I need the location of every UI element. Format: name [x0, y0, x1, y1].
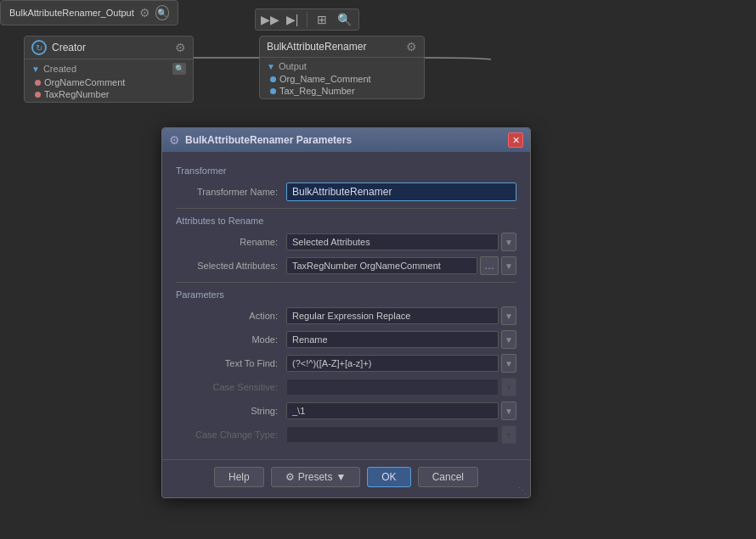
port-search-icon[interactable]: 🔍: [172, 63, 186, 75]
action-select-wrap: Regular Expression Replace ▼: [286, 306, 516, 325]
creator-port-created: ▼ Created 🔍: [25, 61, 193, 76]
case-sensitive-label: Case Sensitive:: [176, 382, 286, 392]
toolbar-btn-2[interactable]: ▶|: [283, 12, 302, 27]
mode-select-wrap: Rename ▼: [286, 330, 516, 349]
transformer-name-label: Transformer Name:: [176, 187, 286, 197]
output-node: BulkAttributeRenamer_Output ⚙ 🔍: [0, 0, 178, 25]
bulk-attr-dot-2: [270, 88, 276, 94]
dialog-footer: Help ⚙ Presets ▼ OK Cancel: [162, 459, 530, 497]
mode-row: Mode: Rename ▼: [176, 330, 516, 349]
case-change-wrap: ▼: [286, 425, 516, 444]
string-label: String:: [176, 406, 286, 416]
resize-handle[interactable]: ⋱: [518, 486, 528, 496]
creator-node-header: ↻ Creator ⚙: [25, 36, 193, 59]
text-find-label: Text To Find:: [176, 358, 286, 368]
cancel-button[interactable]: Cancel: [418, 467, 478, 487]
text-find-select[interactable]: (?<!^)([A-Z]+[a-z]+): [286, 355, 499, 372]
bulk-attr-1: Org_Name_Comment: [260, 73, 424, 85]
attributes-section-label: Attributes to Rename: [176, 216, 516, 226]
transformer-section-label: Transformer: [176, 166, 516, 176]
dialog-title: BulkAttributeRenamer Parameters: [185, 134, 503, 146]
presets-gear-icon: ⚙: [285, 471, 295, 483]
toolbar-btn-1[interactable]: ▶▶: [261, 12, 279, 27]
case-sensitive-wrap: ▼: [286, 378, 516, 396]
selected-attrs-dropdown-arrow[interactable]: ▼: [501, 256, 516, 275]
case-sensitive-row: Case Sensitive: ▼: [176, 378, 516, 396]
toolbar-btn-3[interactable]: ⊞: [313, 12, 331, 27]
case-sensitive-dropdown-arrow: ▼: [501, 378, 516, 396]
creator-node: ↻ Creator ⚙ ▼ Created 🔍 OrgNameComment T…: [24, 36, 194, 103]
bulk-gear-icon[interactable]: ⚙: [406, 40, 417, 53]
case-sensitive-select: [286, 379, 499, 396]
output-gear-icon[interactable]: ⚙: [139, 6, 150, 20]
dialog-close-button[interactable]: ✕: [508, 132, 523, 148]
action-select[interactable]: Regular Expression Replace: [286, 307, 499, 324]
rename-select-wrap: Selected Attributes ▼: [286, 233, 516, 251]
bulk-node: BulkAttributeRenamer ⚙ ▼ Output Org_Name…: [259, 36, 425, 99]
string-row: String: _\1 ▼: [176, 401, 516, 420]
string-wrap: _\1 ▼: [286, 401, 516, 420]
creator-attr-2: TaxRegNumber: [25, 88, 193, 100]
toolbar-btn-4[interactable]: 🔍: [335, 12, 353, 27]
string-select[interactable]: _\1: [286, 402, 499, 419]
creator-gear-icon[interactable]: ⚙: [175, 41, 186, 54]
bulk-output-port: ▼ Output: [260, 59, 424, 73]
dialog-titlebar: ⚙ BulkAttributeRenamer Parameters ✕: [162, 128, 530, 152]
bulk-attr-2: Tax_Reg_Number: [260, 85, 424, 97]
selected-attrs-ellipsis[interactable]: …: [480, 256, 499, 275]
bulk-attr-dot-1: [270, 76, 276, 82]
output-node-title: BulkAttributeRenamer_Output: [9, 8, 134, 18]
rename-row: Rename: Selected Attributes ▼: [176, 233, 516, 251]
port-triangle-icon: ▼: [31, 65, 40, 74]
creator-attr-1: OrgNameComment: [25, 76, 193, 88]
selected-attrs-wrap: TaxRegNumber OrgNameComment … ▼: [286, 256, 516, 275]
bulk-ports: ▼ Output Org_Name_Comment Tax_Reg_Number: [260, 58, 424, 98]
case-change-dropdown-arrow: ▼: [501, 425, 516, 444]
output-search-icon[interactable]: 🔍: [155, 5, 169, 20]
string-dropdown-arrow[interactable]: ▼: [501, 401, 516, 420]
mode-dropdown-arrow[interactable]: ▼: [501, 330, 516, 349]
rename-dropdown-arrow[interactable]: ▼: [501, 233, 516, 251]
attr-dot-icon: [35, 80, 41, 86]
ok-button[interactable]: OK: [367, 467, 410, 487]
created-label: Created: [43, 64, 76, 74]
help-button[interactable]: Help: [214, 467, 264, 487]
action-dropdown-arrow[interactable]: ▼: [501, 306, 516, 325]
bulk-title: BulkAttributeRenamer: [267, 41, 366, 53]
dialog-body: Transformer Transformer Name: Attributes…: [162, 152, 530, 459]
text-find-wrap: (?<!^)([A-Z]+[a-z]+) ▼: [286, 354, 516, 373]
case-change-label: Case Change Type:: [176, 430, 286, 440]
presets-label: Presets: [298, 471, 333, 483]
attr-name-1: OrgNameComment: [44, 77, 125, 87]
selected-attrs-select[interactable]: TaxRegNumber OrgNameComment: [286, 257, 477, 274]
creator-ports: ▼ Created 🔍 OrgNameComment TaxRegNumber: [25, 59, 193, 102]
dialog-title-icon: ⚙: [169, 133, 180, 147]
action-label: Action:: [176, 311, 286, 321]
case-change-select: [286, 426, 499, 443]
bulk-attr-name-2: Tax_Reg_Number: [279, 86, 355, 96]
rename-label: Rename:: [176, 237, 286, 247]
bulk-node-header: BulkAttributeRenamer ⚙: [260, 36, 424, 58]
mode-select[interactable]: Rename: [286, 331, 499, 348]
presets-button[interactable]: ⚙ Presets ▼: [271, 467, 361, 487]
parameters-section-label: Parameters: [176, 289, 516, 300]
presets-arrow-icon: ▼: [336, 471, 346, 483]
dialog: ⚙ BulkAttributeRenamer Parameters ✕ Tran…: [161, 127, 531, 498]
output-tri-icon: ▼: [267, 62, 275, 71]
case-change-row: Case Change Type: ▼: [176, 425, 516, 444]
creator-icon: ↻: [31, 40, 47, 55]
text-find-row: Text To Find: (?<!^)([A-Z]+[a-z]+) ▼: [176, 354, 516, 373]
attr-dot-icon-2: [35, 92, 41, 98]
selected-attrs-row: Selected Attributes: TaxRegNumber OrgNam…: [176, 256, 516, 275]
text-find-dropdown-arrow[interactable]: ▼: [501, 354, 516, 373]
action-row: Action: Regular Expression Replace ▼: [176, 306, 516, 325]
toolbar: ▶▶ ▶| ⊞ 🔍: [255, 8, 359, 31]
attr-name-2: TaxRegNumber: [44, 89, 109, 99]
rename-select[interactable]: Selected Attributes: [286, 233, 499, 250]
transformer-name-row: Transformer Name:: [176, 182, 516, 201]
creator-title: Creator: [52, 42, 86, 53]
output-label: Output: [279, 61, 307, 71]
transformer-name-input[interactable]: [286, 182, 516, 201]
mode-label: Mode:: [176, 334, 286, 345]
selected-attrs-label: Selected Attributes:: [176, 261, 286, 271]
